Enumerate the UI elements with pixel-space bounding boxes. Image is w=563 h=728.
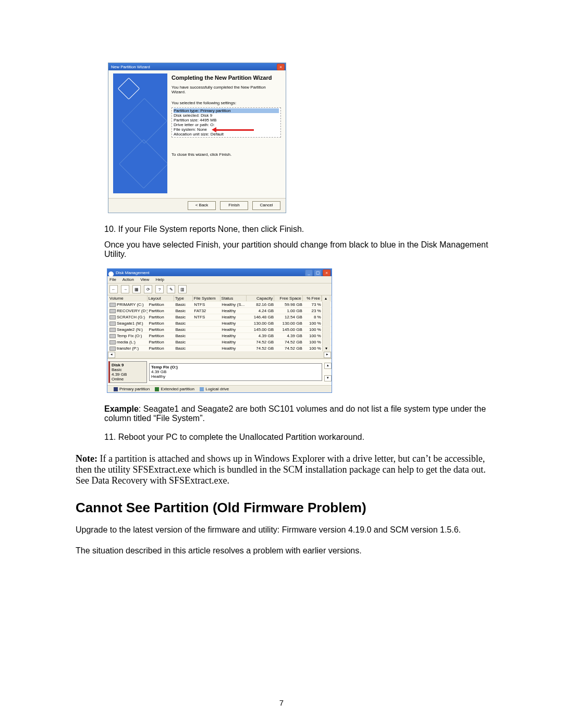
step-10: 10. If your File System reports None, th… [104, 225, 490, 234]
scrollbar-track[interactable] [322, 314, 331, 320]
col-volume[interactable]: Volume [108, 295, 148, 301]
close-icon[interactable]: × [277, 64, 285, 70]
cell-pctfree: 8 % [303, 314, 322, 320]
menu-view[interactable]: View [140, 277, 149, 282]
menu-action[interactable]: Action [123, 277, 134, 282]
table-row[interactable]: Seagate2 (N:)PartitionBasicHealthy145.00… [107, 327, 332, 333]
scrollbar-track[interactable] [322, 327, 331, 332]
settings-line: Partition size: 4495 MB [174, 118, 279, 122]
col-pctfree[interactable]: % Free [303, 295, 322, 301]
firmware-paragraph: Upgrade to the latest version of the fir… [76, 525, 490, 535]
table-row[interactable]: transfer (P:)PartitionBasicHealthy74.52 … [107, 346, 332, 352]
wizard-button-row: < Back Finish Cancel [108, 199, 286, 213]
scroll-up-icon[interactable]: ▴ [322, 295, 331, 301]
col-freespace[interactable]: Free Space [274, 295, 303, 301]
example-paragraph: Example: Seagate1 and Seagate2 are both … [104, 404, 490, 423]
table-row[interactable]: Seagate1 (M:)PartitionBasicHealthy130.00… [107, 320, 332, 327]
partition-block[interactable]: Temp Fix (O:) 4.39 GB Healthy [149, 363, 322, 381]
cell-volume: transfer (P:) [108, 346, 148, 351]
cell-status: Healthy [221, 314, 247, 320]
nav-back-icon[interactable]: ← [109, 285, 118, 293]
cell-layout: Partition [148, 320, 174, 326]
dm-disk-graphic-row: Disk 9 Basic 4.39 GB Online Temp Fix (O:… [107, 359, 332, 386]
scroll-left-icon[interactable]: ◂ [108, 352, 115, 358]
wizard-sidebar-graphic [113, 73, 167, 193]
cell-layout: Partition [148, 302, 174, 307]
col-filesystem[interactable]: File System [193, 295, 221, 301]
scrollbar-track[interactable] [322, 339, 331, 345]
cell-status: Healthy (S... [221, 302, 247, 307]
scrollbar-track[interactable] [322, 333, 331, 339]
cancel-button[interactable]: Cancel [252, 201, 280, 210]
cell-capacity: 130.00 GB [247, 320, 275, 326]
arrow-annotation [216, 129, 254, 131]
cell-freespace: 12.54 GB [275, 314, 303, 320]
finish-button[interactable]: Finish [220, 201, 248, 210]
table-row[interactable]: RECOVERY (D:)PartitionBasicFAT32Healthy4… [107, 308, 332, 314]
menu-file[interactable]: File [109, 277, 116, 282]
cell-freespace: 130.00 GB [275, 320, 303, 326]
disk-management-screenshot: Disk Management _ ▢ × File Action View H… [107, 268, 332, 393]
vertical-scrollbar[interactable]: ▴ ▾ [324, 363, 331, 381]
menu-help[interactable]: Help [156, 277, 164, 282]
col-status[interactable]: Status [221, 295, 247, 301]
scroll-down-icon[interactable]: ▾ [324, 375, 332, 381]
cell-pctfree: 100 % [303, 339, 322, 345]
cell-status: Healthy [221, 320, 247, 326]
table-row[interactable]: media (L:)PartitionBasicHealthy74.52 GB7… [107, 339, 332, 346]
refresh-icon[interactable]: ⟳ [144, 285, 152, 293]
cell-volume: RECOVERY (D:) [108, 308, 148, 314]
cell-capacity: 82.16 GB [247, 302, 275, 307]
cell-filesystem [193, 346, 221, 351]
cell-type: Basic [174, 314, 193, 320]
toolbar-icon[interactable]: ▦ [132, 285, 141, 293]
settings-line: Drive letter or path: O: [174, 122, 279, 127]
step-11: 11. Reboot your PC to complete the Unall… [104, 433, 490, 442]
situation-paragraph: The situation described in this article … [76, 546, 490, 556]
scrollbar-track[interactable]: ▾ [322, 346, 331, 351]
wizard-settings-box: Partition type: Primary partition Disk s… [172, 107, 281, 138]
scrollbar-track[interactable] [322, 320, 331, 326]
scrollbar-track[interactable] [322, 308, 331, 314]
cell-pctfree: 100 % [303, 333, 322, 339]
toolbar-icon[interactable]: ▥ [178, 285, 187, 293]
dm-toolbar: ← → ▦ ⟳ ? ✎ ▥ [107, 283, 332, 295]
scroll-right-icon[interactable]: ▸ [324, 352, 331, 358]
cell-pctfree: 100 % [303, 327, 322, 332]
table-row[interactable]: SCRATCH (G:)PartitionBasicNTFSHealthy146… [107, 314, 332, 320]
legend-logical: Logical drive [205, 387, 229, 391]
wizard-main: Completing the New Partition Wizard You … [172, 73, 281, 193]
dm-legend: Primary partition Extended partition Log… [107, 386, 332, 392]
cell-capacity: 74.52 GB [247, 346, 275, 351]
cell-filesystem: NTFS [193, 302, 221, 307]
horizontal-scrollbar[interactable]: ◂ ▸ [107, 352, 332, 359]
settings-line: Partition type: Primary partition [174, 108, 279, 113]
maximize-icon[interactable]: ▢ [314, 269, 322, 276]
back-button[interactable]: < Back [188, 201, 216, 210]
page-number: 7 [0, 698, 563, 707]
close-icon[interactable]: × [323, 269, 331, 276]
disk-info-block[interactable]: Disk 9 Basic 4.39 GB Online [108, 361, 147, 383]
col-layout[interactable]: Layout [148, 295, 174, 301]
toolbar-icon[interactable]: ✎ [167, 285, 175, 293]
swatch-extended [155, 387, 159, 391]
disk-label: Disk 9 [112, 363, 124, 367]
minimize-icon[interactable]: _ [305, 269, 313, 276]
properties-icon[interactable]: ? [155, 285, 164, 293]
table-row[interactable]: PRIMARY (C:)PartitionBasicNTFSHealthy (S… [107, 302, 332, 308]
col-type[interactable]: Type [174, 295, 193, 301]
cell-volume: Seagate2 (N:) [108, 327, 148, 332]
part-line: 4.39 GB [151, 369, 166, 374]
nav-forward-icon[interactable]: → [121, 285, 129, 293]
col-capacity[interactable]: Capacity [247, 295, 274, 301]
cell-type: Basic [174, 320, 193, 326]
note-lead: Note: [76, 453, 97, 464]
scroll-up-icon[interactable]: ▴ [324, 363, 332, 369]
cell-status: Healthy [221, 308, 247, 314]
cell-volume: Seagate1 (M:) [108, 320, 148, 326]
wizard-titlebar: New Partition Wizard × [108, 63, 286, 70]
cell-volume: media (L:) [108, 339, 148, 345]
cell-status: Healthy [221, 346, 247, 351]
table-row[interactable]: Temp Fix (O:)PartitionBasicHealthy4.39 G… [107, 333, 332, 339]
scrollbar-track[interactable] [322, 302, 331, 307]
